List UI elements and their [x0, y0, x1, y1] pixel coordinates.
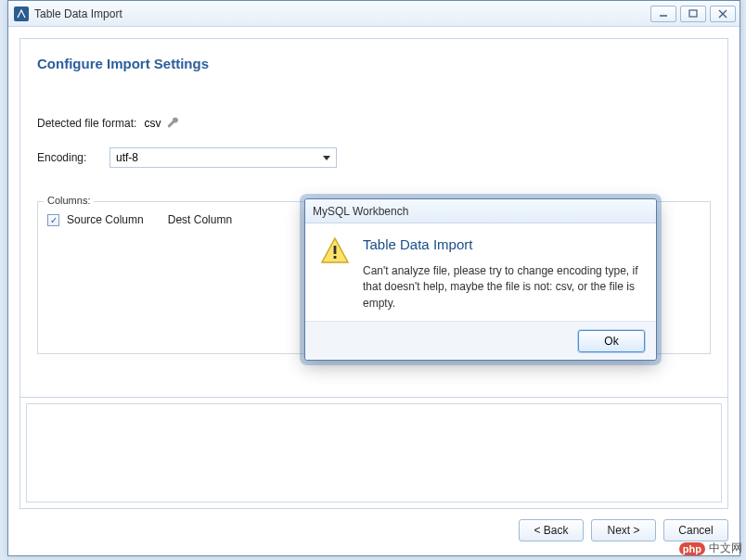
dialog-message: Can't analyze file, please try to change…	[363, 263, 641, 312]
app-icon	[14, 6, 29, 21]
back-button[interactable]: < Back	[519, 519, 584, 541]
preview-panel	[20, 397, 727, 508]
svg-rect-5	[334, 246, 337, 254]
window-title: Table Data Import	[34, 7, 650, 20]
error-dialog: MySQL Workbench Table Data Import Can't …	[304, 198, 657, 361]
detected-format-label: Detected file format:	[37, 117, 136, 130]
dialog-heading: Table Data Import	[363, 236, 641, 252]
preview-inner	[26, 403, 722, 503]
encoding-row: Encoding: utf-8	[37, 147, 711, 168]
detected-format-row: Detected file format: csv	[37, 116, 711, 131]
dialog-footer: Ok	[305, 321, 656, 360]
encoding-select[interactable]: utf-8	[109, 147, 337, 168]
page-heading: Configure Import Settings	[20, 39, 727, 71]
window-controls	[650, 6, 736, 22]
dialog-body: Table Data Import Can't analyze file, pl…	[305, 223, 656, 321]
minimize-icon	[659, 9, 668, 19]
next-button[interactable]: Next >	[591, 519, 656, 541]
wrench-icon[interactable]	[166, 116, 181, 131]
minimize-button[interactable]	[650, 6, 676, 22]
ok-button[interactable]: Ok	[578, 330, 645, 352]
warning-icon	[320, 236, 350, 266]
svg-rect-1	[689, 10, 697, 17]
detected-format-value: csv	[144, 117, 161, 130]
maximize-icon	[688, 9, 698, 19]
watermark-text: 中文网	[709, 541, 742, 556]
cancel-button[interactable]: Cancel	[663, 519, 728, 541]
dialog-title: MySQL Workbench	[313, 205, 408, 218]
encoding-label: Encoding:	[37, 151, 102, 164]
titlebar: Table Data Import	[8, 1, 740, 27]
close-icon	[718, 9, 727, 19]
encoding-value: utf-8	[116, 151, 138, 164]
dialog-text: Table Data Import Can't analyze file, pl…	[363, 236, 641, 312]
settings-section: Detected file format: csv Encoding: utf-…	[20, 71, 727, 201]
select-all-checkbox[interactable]: ✓	[47, 214, 59, 226]
columns-legend: Columns:	[44, 195, 94, 206]
watermark: php 中文网	[679, 541, 742, 556]
close-button[interactable]	[710, 6, 736, 22]
source-column-header: Source Column	[67, 213, 144, 226]
watermark-badge: php	[679, 542, 705, 555]
dialog-titlebar: MySQL Workbench	[305, 199, 656, 223]
svg-rect-6	[334, 256, 337, 259]
maximize-button[interactable]	[680, 6, 706, 22]
wizard-footer: < Back Next > Cancel	[19, 515, 728, 546]
dest-column-header: Dest Column	[168, 213, 232, 226]
